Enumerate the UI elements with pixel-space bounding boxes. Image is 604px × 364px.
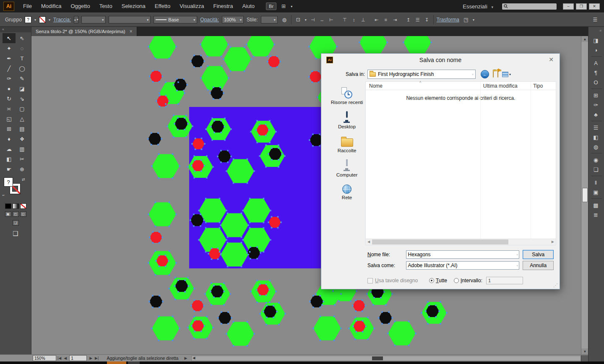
anchor-point[interactable] bbox=[350, 300, 351, 302]
anchor-point[interactable] bbox=[408, 345, 410, 346]
artboard-number-combo[interactable]: 1 bbox=[69, 355, 87, 361]
anchor-point[interactable] bbox=[169, 58, 170, 60]
anchor-point[interactable] bbox=[440, 301, 441, 303]
anchor-point[interactable] bbox=[220, 161, 222, 163]
fill-color-swatch[interactable]: ? bbox=[25, 16, 31, 23]
anchor-point[interactable] bbox=[370, 291, 372, 293]
anchor-point[interactable] bbox=[193, 338, 195, 339]
anchor-point[interactable] bbox=[195, 148, 196, 150]
anchor-point[interactable] bbox=[173, 136, 174, 138]
anchor-point[interactable] bbox=[200, 159, 202, 161]
anchor-point[interactable] bbox=[359, 42, 360, 43]
anchor-point[interactable] bbox=[284, 155, 286, 157]
anchor-point[interactable] bbox=[183, 90, 185, 91]
anchor-point[interactable] bbox=[206, 316, 208, 317]
anchor-point[interactable] bbox=[193, 288, 195, 289]
anchor-point[interactable] bbox=[221, 311, 222, 313]
status-flyout-icon[interactable]: ▶ bbox=[184, 356, 187, 360]
anchor-point[interactable] bbox=[354, 338, 356, 340]
anchor-point[interactable] bbox=[220, 150, 222, 151]
anchor-point[interactable] bbox=[241, 242, 242, 244]
magic-wand-tool[interactable]: ✦ bbox=[3, 43, 16, 53]
anchor-point[interactable] bbox=[338, 300, 340, 302]
graphic-style-combo[interactable] bbox=[261, 16, 278, 23]
slice-tool[interactable]: ✂ bbox=[16, 154, 29, 164]
anchor-point[interactable] bbox=[200, 77, 202, 79]
anchor-point[interactable] bbox=[440, 323, 441, 325]
anchor-point[interactable] bbox=[177, 129, 179, 130]
anchor-point[interactable] bbox=[187, 277, 189, 278]
file-name-combo[interactable] bbox=[406, 250, 520, 259]
horizontal-scrollbar[interactable]: ◀ bbox=[191, 356, 581, 361]
stroke-weight-combo[interactable] bbox=[81, 16, 106, 23]
anchor-point[interactable] bbox=[221, 56, 222, 57]
brushes-panel-icon[interactable]: ✑ bbox=[591, 100, 601, 109]
anchor-point[interactable] bbox=[256, 258, 258, 260]
anchor-point[interactable] bbox=[309, 301, 311, 302]
anchor-point[interactable] bbox=[217, 156, 219, 157]
anchor-point[interactable] bbox=[224, 139, 226, 141]
column-header-name[interactable]: Nome bbox=[366, 82, 480, 90]
anchor-point[interactable] bbox=[159, 92, 160, 94]
anchor-point[interactable] bbox=[200, 320, 202, 321]
anchor-point[interactable] bbox=[362, 331, 364, 333]
anchor-point[interactable] bbox=[309, 139, 310, 141]
transform-widget-icon[interactable]: ◳ bbox=[462, 16, 470, 23]
artboard-tool[interactable]: ◧ bbox=[3, 154, 16, 164]
anchor-point[interactable] bbox=[279, 61, 281, 62]
anchor-point[interactable] bbox=[256, 289, 258, 291]
anchor-point[interactable] bbox=[165, 265, 167, 267]
anchor-point[interactable] bbox=[271, 147, 273, 149]
anchor-point[interactable] bbox=[187, 166, 189, 168]
anchor-point[interactable] bbox=[220, 296, 221, 298]
blend-tool[interactable]: ❖ bbox=[16, 134, 29, 144]
anchor-point[interactable] bbox=[263, 222, 265, 224]
anchor-point[interactable] bbox=[230, 128, 232, 130]
anchor-point[interactable] bbox=[183, 78, 185, 80]
anchor-point[interactable] bbox=[267, 61, 268, 62]
hexagon-red[interactable] bbox=[191, 300, 204, 311]
scroll-right-icon[interactable]: ▶ bbox=[552, 240, 554, 244]
anchor-point[interactable] bbox=[217, 247, 219, 249]
anchor-point[interactable] bbox=[276, 66, 278, 68]
anchor-point[interactable] bbox=[152, 307, 154, 308]
anchor-point[interactable] bbox=[191, 143, 193, 145]
hexagon-green[interactable] bbox=[152, 316, 180, 340]
anchor-point[interactable] bbox=[175, 46, 177, 47]
paintbrush-tool[interactable]: ✑ bbox=[3, 73, 16, 83]
anchor-point[interactable] bbox=[249, 251, 251, 253]
anchor-point[interactable] bbox=[200, 213, 201, 215]
anchor-point[interactable] bbox=[184, 291, 186, 293]
anchor-point[interactable] bbox=[201, 138, 203, 139]
anchor-point[interactable] bbox=[194, 330, 196, 332]
lasso-tool[interactable]: ◌ bbox=[16, 43, 29, 53]
anchor-point[interactable] bbox=[187, 285, 189, 287]
scale-tool[interactable]: ⇘ bbox=[16, 94, 29, 104]
anchor-point[interactable] bbox=[205, 222, 207, 224]
anchor-point[interactable] bbox=[187, 299, 189, 300]
anchor-point[interactable] bbox=[312, 328, 314, 329]
anchor-point[interactable] bbox=[173, 84, 174, 86]
anchor-point[interactable] bbox=[198, 239, 200, 241]
anchor-point[interactable] bbox=[435, 304, 437, 306]
anchor-point[interactable] bbox=[159, 70, 160, 72]
anchor-point[interactable] bbox=[355, 299, 357, 301]
anchor-point[interactable] bbox=[207, 89, 209, 91]
anchor-point[interactable] bbox=[312, 295, 314, 296]
back-icon[interactable]: ← bbox=[481, 70, 489, 78]
anchor-point[interactable] bbox=[367, 338, 369, 340]
anchor-point[interactable] bbox=[219, 98, 221, 100]
gradient-button[interactable] bbox=[13, 203, 19, 209]
anchor-point[interactable] bbox=[273, 317, 274, 318]
anchor-point[interactable] bbox=[275, 131, 277, 133]
anchor-point[interactable] bbox=[312, 81, 313, 83]
anchor-point[interactable] bbox=[211, 304, 212, 306]
anchor-point[interactable] bbox=[280, 221, 282, 223]
anchor-point[interactable] bbox=[276, 311, 278, 312]
brush-definition-combo[interactable] bbox=[109, 16, 151, 23]
anchor-point[interactable] bbox=[159, 231, 160, 233]
anchor-point[interactable] bbox=[165, 103, 167, 105]
anchor-point[interactable] bbox=[227, 266, 229, 268]
anchor-point[interactable] bbox=[266, 283, 267, 285]
anchor-point[interactable] bbox=[247, 224, 249, 226]
